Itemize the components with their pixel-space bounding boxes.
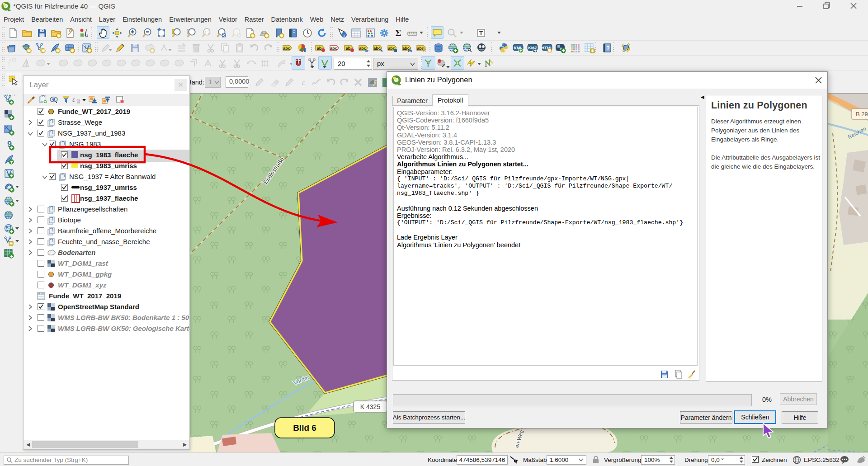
svg-text:B 29: B 29 [856, 111, 868, 118]
svg-text:T: T [479, 30, 483, 37]
svg-text:1:1: 1:1 [205, 31, 209, 34]
svg-text:abc: abc [283, 46, 290, 51]
svg-text:ε: ε [302, 78, 305, 87]
svg-text:a: a [85, 32, 88, 38]
svg-text:abc: abc [373, 46, 381, 51]
svg-text:Σ: Σ [395, 28, 401, 38]
svg-text:K 4325: K 4325 [360, 403, 381, 410]
svg-text:abc: abc [359, 46, 366, 51]
svg-text:ε: ε [72, 96, 75, 103]
svg-text:abc: abc [330, 46, 337, 51]
svg-text:abc: abc [417, 46, 424, 51]
svg-text:Bild 6: Bild 6 [293, 423, 316, 433]
svg-text:ab: ab [317, 46, 322, 51]
svg-text:abc: abc [402, 46, 410, 51]
svg-text:ab: ab [346, 46, 351, 51]
svg-text:?: ? [606, 45, 609, 52]
